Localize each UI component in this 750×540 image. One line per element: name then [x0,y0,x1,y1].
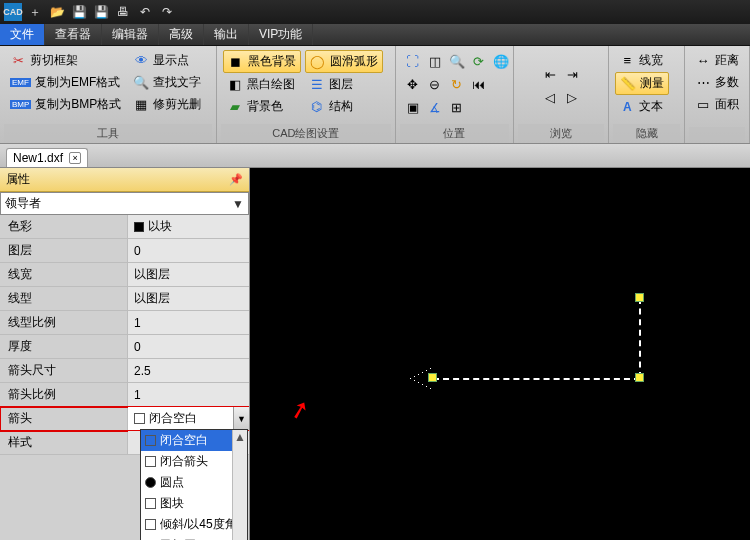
ribbon: ✂剪切框架 EMF复制为EMF格式 BMP复制为BMP格式 👁显示点 🔍查找文字… [0,46,750,144]
more-button[interactable]: ⋯多数 [691,72,743,93]
linewidth-button[interactable]: ≡线宽 [615,50,669,71]
clip-frame-button[interactable]: ✂剪切框架 [6,50,125,71]
tab-viewer[interactable]: 查看器 [45,24,102,45]
black-bg-icon: ◼ [228,54,244,70]
nav-right-icon[interactable]: ⇥ [563,66,581,84]
structure-label: 结构 [329,98,353,115]
ribbon-group-cad-settings: ◼黑色背景 ◧黑白绘图 ▰背景色 ◯圆滑弧形 ☰图层 ⌬结构 CAD绘图设置 [217,46,396,143]
grip-handle[interactable] [635,373,644,382]
view-icon[interactable]: ▣ [404,98,422,116]
print-icon[interactable]: 🖶 [114,3,132,21]
text-icon: A [619,99,635,115]
previous-icon[interactable]: ⏮ [470,75,488,93]
text-label: 文本 [639,98,663,115]
object-selector[interactable]: 领导者 ▼ [0,192,249,215]
nav-prev-icon[interactable]: ◁ [541,89,559,107]
property-table: 色彩 以块 图层 0 线宽 以图层 线型 以图层 线型比例 1 厚度 0 [0,215,249,540]
option-icon [145,498,156,509]
zoom-extents-icon[interactable]: ⛶ [404,52,422,70]
close-icon[interactable]: × [69,152,81,164]
scrollbar[interactable]: ▲▼ [232,430,247,540]
option-icon [145,519,156,530]
text-button[interactable]: A文本 [615,96,669,117]
drawing-canvas[interactable]: ➚ [250,168,750,540]
grip-handle[interactable] [428,373,437,382]
area-button[interactable]: ▭面积 [691,94,743,115]
structure-button[interactable]: ⌬结构 [305,96,383,117]
arrow-style-icon [134,413,145,424]
panel-title-label: 属性 [6,171,30,188]
measure-button[interactable]: 📏测量 [615,72,669,95]
group-title-hide: 隐藏 [613,124,680,143]
prop-value: 以块 [128,215,249,238]
redo-icon[interactable]: ↷ [158,3,176,21]
arrow-combo[interactable]: 闭合空白 ▼ [128,407,249,430]
nav-left-icon[interactable]: ⇤ [541,66,559,84]
grip-handle[interactable] [635,293,644,302]
rotate-icon[interactable]: ↻ [448,75,466,93]
find-text-button[interactable]: 🔍查找文字 [129,72,205,93]
black-bg-button[interactable]: ◼黑色背景 [223,50,301,73]
palette-icon: ▰ [227,99,243,115]
distance-button[interactable]: ↔距离 [691,50,743,71]
zoom-window-icon[interactable]: ◫ [426,52,444,70]
ruler-icon: 📏 [620,76,636,92]
title-bar: CAD ＋ 📂 💾 💾 🖶 ↶ ↷ [0,0,750,24]
document-tab[interactable]: New1.dxf × [6,148,88,167]
prop-row-ltscale[interactable]: 线型比例 1 [0,311,249,335]
document-tabstrip: New1.dxf × [0,144,750,168]
copy-bmp-button[interactable]: BMP复制为BMP格式 [6,94,125,115]
prop-row-arrow-size[interactable]: 箭头尺寸 2.5 [0,359,249,383]
save-icon[interactable]: 💾 [70,3,88,21]
tab-advanced[interactable]: 高级 [159,24,204,45]
ribbon-group-hide: ≡线宽 📏测量 A文本 隐藏 [609,46,685,143]
scroll-up-icon[interactable]: ▲ [234,430,246,444]
zoom-in-icon[interactable]: 🔍 [448,52,466,70]
open-icon[interactable]: 📂 [48,3,66,21]
prop-row-thickness[interactable]: 厚度 0 [0,335,249,359]
prop-row-linetype[interactable]: 线型 以图层 [0,287,249,311]
prop-row-color[interactable]: 色彩 以块 [0,215,249,239]
tab-vip[interactable]: VIP功能 [249,24,313,45]
prop-row-lineweight[interactable]: 线宽 以图层 [0,263,249,287]
tab-output[interactable]: 输出 [204,24,249,45]
chevron-down-icon[interactable]: ▼ [233,407,249,430]
bg-color-label: 背景色 [247,98,283,115]
app-logo: CAD [4,3,22,21]
area-label: 面积 [715,96,739,113]
document-tab-label: New1.dxf [13,151,63,165]
pan-icon[interactable]: ✥ [404,75,422,93]
zoom-out-icon[interactable]: ⊖ [426,75,444,93]
layer-button[interactable]: ☰图层 [305,74,383,95]
angle-icon[interactable]: ∡ [426,98,444,116]
bw-icon: ◧ [227,77,243,93]
undo-icon[interactable]: ↶ [136,3,154,21]
ribbon-group-position: ⛶ ◫ 🔍 ⟳ 🌐 ✥ ⊖ ↻ ⏮ ▣ ∡ ⊞ 位置 [396,46,514,143]
refresh-icon[interactable]: ⟳ [470,52,488,70]
nav-next-icon[interactable]: ▷ [563,89,581,107]
option-icon [145,435,156,446]
new-icon[interactable]: ＋ [26,3,44,21]
emf-icon: EMF [10,78,31,87]
bg-color-button[interactable]: ▰背景色 [223,96,301,117]
show-points-button[interactable]: 👁显示点 [129,50,205,71]
more-icon: ⋯ [695,75,711,91]
smooth-arc-button[interactable]: ◯圆滑弧形 [305,50,383,73]
pin-icon[interactable]: 📌 [229,173,243,186]
saveas-icon[interactable]: 💾 [92,3,110,21]
arrow-dropdown: 闭合空白 闭合箭头 圆点 图块 倾斜/以45度角 已打开 初始 初始 2 ▲▼ [140,429,248,540]
trim-button[interactable]: ▦修剪光删 [129,94,205,115]
globe-icon[interactable]: 🌐 [492,52,510,70]
prop-row-arrow[interactable]: 箭头 闭合空白 ▼ 闭合空白 闭合箭头 圆点 图块 倾斜/以45度角 已打开 初… [0,407,249,431]
tab-file[interactable]: 文件 [0,24,45,45]
eye-icon: 👁 [133,53,149,69]
bw-draw-button[interactable]: ◧黑白绘图 [223,74,301,95]
group-title-position: 位置 [400,124,509,143]
prop-row-arrow-scale[interactable]: 箭头比例 1 [0,383,249,407]
grid-icon[interactable]: ⊞ [448,98,466,116]
prop-row-layer[interactable]: 图层 0 [0,239,249,263]
copy-emf-button[interactable]: EMF复制为EMF格式 [6,72,125,93]
group-title-browse: 浏览 [518,124,605,143]
tab-editor[interactable]: 编辑器 [102,24,159,45]
arc-icon: ◯ [310,54,326,70]
